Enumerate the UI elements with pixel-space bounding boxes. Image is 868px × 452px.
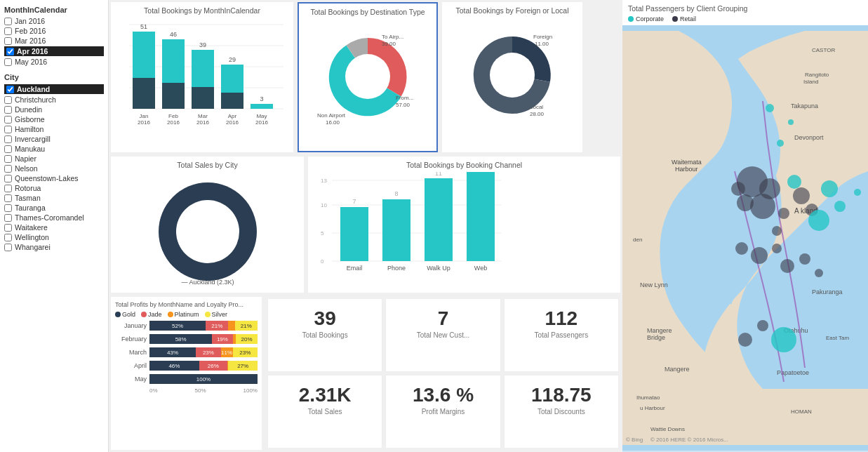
checkbox-may-2016[interactable] — [4, 58, 12, 66]
checkbox-auckland[interactable] — [6, 86, 14, 93]
svg-text:51: 51 — [140, 23, 147, 30]
filter-apr-2016[interactable]: Apr 2016 — [4, 46, 104, 56]
stacked-bar-may[interactable]: 100% — [149, 374, 258, 384]
city-filter-title: City — [4, 73, 104, 81]
map-area[interactable]: CASTOR Rangitoto Island Takapuna Devonpo… — [622, 25, 868, 451]
month-label-may: May — [115, 375, 147, 383]
bubble-12 — [772, 226, 782, 236]
checkbox-jan-2016[interactable] — [4, 18, 12, 25]
bubble-9 — [778, 208, 789, 219]
kpi-total-discounts-label: Total Discounts — [512, 408, 611, 416]
bookings-by-channel-title: Total Bookings by Booking Channel — [312, 161, 616, 169]
filter-may-2016[interactable]: May 2016 — [4, 58, 104, 66]
filter-city-auckland[interactable]: Auckland — [4, 84, 104, 94]
bar-apr-dark — [221, 93, 243, 109]
svg-text:Feb: Feb — [168, 113, 178, 119]
label-to-airport: To Airp... — [382, 34, 403, 40]
map-label-ihumatao: Ihumatao — [636, 394, 660, 401]
seg-mar-silver: 23% — [233, 347, 258, 357]
svg-text:2016: 2016 — [255, 119, 268, 126]
bar-web[interactable] — [467, 172, 495, 261]
destination-donut-svg: To Airp... 39.00 From... 57.00 Non Airpo… — [305, 19, 431, 131]
filter-city-queenstown[interactable]: Queenstown-Lakes — [4, 174, 104, 182]
map-legend: Corporate Retail — [622, 14, 868, 25]
filter-city-napier[interactable]: Napier — [4, 154, 104, 163]
bar-phone[interactable] — [382, 199, 410, 261]
profits-by-month-chart: Total Profits by MonthName and Loyalty P… — [111, 297, 262, 450]
stacked-axis: 0% 50% 100% — [115, 387, 258, 394]
filter-city-christchurch[interactable]: Christchurch — [4, 95, 104, 104]
stacked-bar-apr[interactable]: 46% 26% 27% — [149, 361, 258, 371]
seg-jan-platinum — [228, 321, 234, 331]
filter-feb-2016[interactable]: Feb 2016 — [4, 27, 104, 35]
month-label-apr: April — [115, 362, 147, 369]
filter-city-tasman[interactable]: Tasman — [4, 194, 104, 202]
svg-text:11: 11 — [435, 172, 442, 177]
stacked-bar-jan[interactable]: 52% 21% 21% — [149, 321, 258, 331]
charts-row-1: Total Bookings by MonthInCalendar — [109, 0, 622, 154]
kpi-total-sales: 2.31K Total Sales — [267, 375, 382, 448]
bar-walkup[interactable] — [425, 178, 453, 261]
kpi-row-1: 39 Total Bookings 7 Total New Cust... 11… — [266, 297, 620, 373]
filter-city-hamilton[interactable]: Hamilton — [4, 125, 104, 133]
checkbox-mar-2016[interactable] — [4, 37, 12, 45]
platinum-swatch — [168, 312, 173, 317]
svg-text:2016: 2016 — [167, 119, 180, 126]
bubble-teal-main — [771, 327, 796, 352]
svg-text:39.00: 39.00 — [382, 41, 396, 47]
svg-text:May: May — [256, 113, 267, 119]
legend-jade: Jade — [141, 311, 162, 318]
filter-city-waitakere[interactable]: Waitakere — [4, 223, 104, 232]
kpi-total-discounts-value: 118.75 — [512, 384, 611, 406]
bubble-13 — [735, 242, 748, 255]
here-watermark: © 2016 HERE © 2016 Micros... — [650, 437, 728, 443]
gold-swatch — [115, 312, 121, 317]
filter-city-dunedin[interactable]: Dunedin — [4, 105, 104, 114]
svg-text:7: 7 — [352, 198, 356, 205]
filter-city-rotorua[interactable]: Rotorua — [4, 184, 104, 192]
filter-city-manukau[interactable]: Manukau — [4, 145, 104, 153]
legend-retail: Retail — [672, 15, 696, 22]
svg-text:Mar: Mar — [198, 113, 208, 119]
filter-city-wellington[interactable]: Wellington — [4, 233, 104, 241]
map-label-den: den — [633, 237, 642, 243]
filter-city-whangarei[interactable]: Whangarei — [4, 243, 104, 251]
kpi-total-bookings-label: Total Bookings — [275, 331, 375, 339]
svg-text:Walk Up: Walk Up — [427, 265, 450, 272]
month-filter-title: MonthInCalendar — [4, 6, 104, 14]
bubble-14 — [751, 247, 768, 264]
bookings-by-destination-chart: Total Bookings by Destination Type — [298, 2, 438, 152]
svg-text:16.00: 16.00 — [326, 119, 340, 126]
filter-city-gisborne[interactable]: Gisborne — [4, 115, 104, 124]
filter-city-invercargill[interactable]: Invercargill — [4, 135, 104, 143]
kpi-profit-margins-value: 13.6 % — [393, 384, 493, 406]
svg-text:46: 46 — [170, 31, 177, 38]
bubble-1 — [766, 104, 774, 112]
channel-bars-svg: 13 10 5 0 7 8 — [312, 172, 509, 288]
row-february: February 58% 19% 20% — [115, 334, 258, 344]
stacked-bar-feb[interactable]: 58% 19% 20% — [149, 334, 258, 344]
bar-may[interactable] — [251, 104, 273, 109]
checkbox-feb-2016[interactable] — [4, 27, 12, 35]
kpi-total-bookings-value: 39 — [275, 307, 375, 330]
month-label-mar: March — [115, 349, 147, 356]
kpi-new-customers: 7 Total New Cust... — [385, 298, 500, 372]
stacked-bar-mar[interactable]: 43% 23% 11% 23% — [149, 347, 258, 357]
bookings-foreign-local-title: Total Bookings by Foreign or Local — [446, 6, 578, 15]
svg-text:5: 5 — [321, 230, 324, 237]
filter-jan-2016[interactable]: Jan 2016 — [4, 17, 104, 25]
map-label-mangere: Mangere — [665, 366, 690, 373]
svg-text:Bridge: Bridge — [647, 334, 665, 341]
checkbox-apr-2016[interactable] — [6, 48, 14, 55]
bar-email[interactable] — [340, 207, 368, 261]
row-april: April 46% 26% 27% — [115, 361, 258, 371]
filter-mar-2016[interactable]: Mar 2016 — [4, 36, 104, 45]
kpi-new-customers-label: Total New Cust... — [393, 331, 493, 339]
bookings-foreign-local-chart: Total Bookings by Foreign or Local Forei… — [442, 2, 582, 152]
filter-city-nelson[interactable]: Nelson — [4, 164, 104, 173]
filter-city-tauranga[interactable]: Tauranga — [4, 204, 104, 212]
seg-may-gold: 100% — [149, 374, 258, 384]
bubble-teal-5 — [808, 210, 829, 231]
bubble-10 — [793, 187, 810, 204]
filter-city-thames[interactable]: Thames-Coromandel — [4, 213, 104, 222]
